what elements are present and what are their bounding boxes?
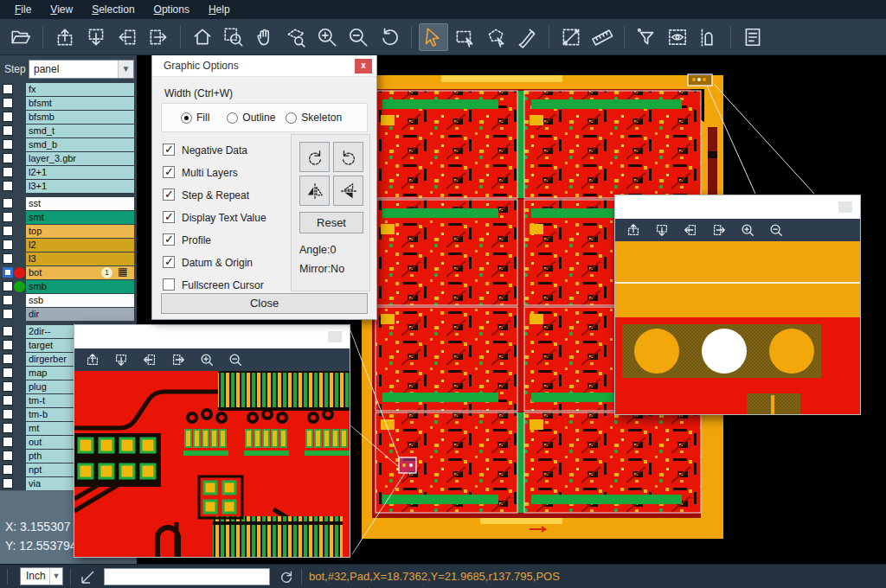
pan-hand-icon[interactable] [250,23,279,51]
layer-visibility-checkbox[interactable] [3,409,13,419]
layer-visibility-checkbox[interactable] [3,451,13,461]
menu-item[interactable]: Options [144,0,199,19]
layer-name[interactable]: smd_t [26,125,134,137]
radio-dot[interactable] [227,112,238,124]
zoom-dynamic-icon[interactable] [281,23,311,51]
layer-visibility-checkbox[interactable] [3,212,13,222]
page-up-icon[interactable] [626,222,641,238]
layer-visibility-checkbox[interactable] [3,181,13,191]
layer-visibility-checkbox[interactable] [3,340,13,350]
fill-mode-radio[interactable]: Outline [227,112,275,124]
zoom-out-icon[interactable] [768,222,784,238]
page-down-icon[interactable] [654,222,670,238]
radio-dot[interactable] [286,112,297,124]
refresh-icon[interactable] [279,569,294,585]
page-left-icon[interactable] [112,23,142,51]
layer-visibility-checkbox[interactable] [3,381,13,392]
window-button[interactable] [328,331,342,342]
magnifier-window-right[interactable] [614,195,861,415]
layer-visibility-checkbox[interactable] [3,240,13,250]
page-down-icon[interactable] [81,23,111,51]
layer-name[interactable]: dir [26,308,134,321]
option-checkbox-row[interactable]: Profile [163,230,292,252]
select-arrow-icon[interactable] [419,23,448,51]
home-view-icon[interactable] [188,23,217,51]
zoom-in-icon[interactable] [740,222,755,238]
layer-visibility-checkbox[interactable] [3,125,13,136]
layer-name[interactable]: ssb [26,294,134,307]
layer-row[interactable]: dir [0,308,137,321]
ruler-icon[interactable] [587,23,617,51]
zoom-window-icon[interactable] [219,23,248,51]
page-left-icon[interactable] [683,222,698,238]
layer-name[interactable]: sst [26,197,134,210]
layer-visibility-checkbox[interactable] [3,253,13,264]
layer-visibility-checkbox[interactable] [3,167,13,177]
layer-visibility-checkbox[interactable] [3,226,13,236]
layer-visibility-checkbox[interactable] [3,295,13,305]
layer-visibility-checkbox[interactable] [3,478,13,489]
unit-select[interactable]: Inch ▼ [20,567,63,585]
layer-visibility-checkbox[interactable] [3,423,13,433]
layer-name[interactable]: bfsmt [26,97,134,110]
grid-icon[interactable]: ▦ [118,266,129,278]
graphic-options-dialog[interactable]: Graphic Options x Width (Ctrl+W) Fill Ou… [151,54,377,320]
layer-visibility-checkbox[interactable] [3,326,13,336]
magnifier-title-bar[interactable] [615,195,860,219]
option-checkbox-row[interactable]: Datum & Origin [163,252,292,275]
angle-mode-icon[interactable] [80,568,97,585]
layer-name[interactable]: layer_3.gbr [26,152,134,165]
report-icon[interactable] [738,23,767,51]
checkbox[interactable] [163,211,175,223]
layer-row[interactable]: l2+1 [0,166,137,179]
checkbox[interactable] [163,233,175,246]
page-right-icon[interactable] [711,222,727,238]
select-window-icon[interactable] [450,23,479,51]
layer-row[interactable]: bot [0,266,137,279]
option-checkbox-row[interactable]: Display Text Value [163,208,292,230]
layer-visibility-checkbox[interactable] [3,281,13,291]
chevron-down-icon[interactable]: ▼ [49,568,62,585]
layer-row[interactable]: top [0,225,137,238]
checkbox[interactable] [163,278,175,291]
magnifier-title-bar[interactable] [74,325,350,348]
checkbox[interactable] [163,166,175,178]
page-up-icon[interactable] [50,23,80,51]
layer-visibility-checkbox[interactable] [3,84,13,94]
menu-item[interactable]: Help [199,0,240,19]
step-select[interactable]: panel ▼ [29,60,134,79]
layer-row[interactable]: smd_t [0,125,137,137]
layer-row[interactable]: l3+1 [0,180,137,193]
layer-name[interactable]: l3+1 [26,180,134,193]
layer-visibility-checkbox[interactable] [3,98,13,108]
menu-item[interactable]: Selection [82,0,144,19]
close-icon[interactable]: x [355,59,372,74]
layer-row[interactable]: smb [0,280,137,293]
layer-visibility-checkbox[interactable] [3,112,13,122]
option-checkbox-row[interactable]: Step & Repeat [163,185,292,208]
layer-visibility-checkbox[interactable] [3,153,13,163]
zoom-in-icon[interactable] [199,352,215,368]
brush-icon[interactable] [512,23,542,51]
radio-dot[interactable] [181,112,192,124]
magnifier-window-bottom[interactable] [74,324,350,558]
fill-mode-radio[interactable]: Fill [181,112,209,124]
layer-name[interactable]: l2 [26,239,134,252]
layer-row[interactable]: fx [0,83,137,96]
page-right-icon[interactable] [170,352,186,368]
checkbox[interactable] [163,256,175,268]
layer-name[interactable]: smb [26,280,134,293]
checkbox[interactable] [163,144,175,156]
layer-name[interactable]: smd_b [26,138,134,151]
close-button[interactable]: Close [161,293,368,314]
layer-visibility-checkbox[interactable] [3,368,13,378]
window-button[interactable] [838,201,852,213]
measure-point-icon[interactable] [556,23,586,51]
layer-row[interactable]: ssb [0,294,137,307]
layer-name[interactable]: smt [26,211,134,224]
checkbox[interactable] [163,189,175,201]
fill-mode-radio[interactable]: Skeleton [286,112,342,124]
page-right-icon[interactable] [144,23,173,51]
menu-item[interactable]: View [41,0,82,19]
layer-name[interactable]: fx [26,83,134,96]
